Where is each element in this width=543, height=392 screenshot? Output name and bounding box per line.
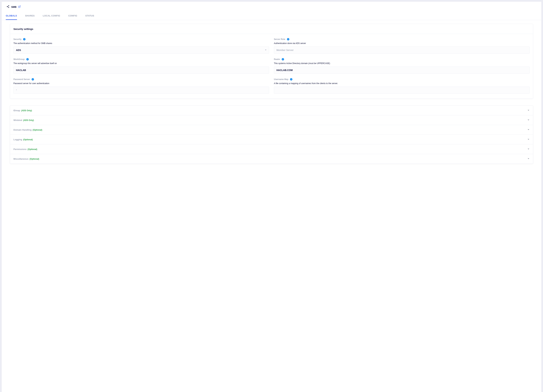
field-label: Security [13,38,21,40]
field-help: The workgroup this server will advertise… [13,62,269,65]
field-password-server: Password Server i Password server for us… [13,78,269,94]
accordion-item-misc[interactable]: Miscellaneous (Optional) [10,154,533,163]
field-label: Server Role [274,38,285,40]
accordion-tag: (Optional) [23,138,33,141]
field-label: Realm [274,58,280,61]
accordion-item-logging[interactable]: Logging (Optional) [10,134,533,144]
tab-status[interactable]: STATUS [85,14,94,20]
accordion-tag: (ADS Only) [21,109,32,112]
content-area: Security settings Security i The authent… [2,20,541,171]
workgroup-input[interactable] [13,67,269,74]
accordion-title: Miscellaneous [13,158,28,160]
field-workgroup: WorkGroup i The workgroup this server wi… [13,58,269,74]
password-server-input[interactable] [13,87,269,94]
accordion-tag: (Optional) [29,158,39,160]
accordion-title: Domain Handling [13,129,32,131]
realm-input[interactable] [274,67,530,74]
page-header: SMB [2,2,541,11]
field-help: The authentication method for SMB shares [13,42,269,45]
field-security: Security i The authentication method for… [13,38,269,54]
external-link-icon[interactable] [18,6,21,8]
accordion-item-winbind[interactable]: Winbind (ADS Only) [10,115,533,125]
accordion-tag: (Optional) [28,148,37,151]
field-realm: Realm i This systems Active Directory do… [274,58,530,74]
tab-globals[interactable]: GLOBALS [6,14,17,20]
accordion-title: IDmap [13,109,20,112]
chevron-down-icon [527,109,530,112]
tab-shares[interactable]: SHARES [25,14,35,20]
chevron-down-icon [527,129,530,131]
security-settings-card: Security settings Security i The authent… [10,24,533,99]
field-label: Username Map [274,78,288,80]
info-icon[interactable]: i [290,78,292,80]
info-icon[interactable]: i [32,78,34,80]
accordion-item-permissions[interactable]: Permissions (Optional) [10,144,533,154]
server-role-input[interactable] [274,46,530,54]
info-icon[interactable]: i [26,58,29,61]
svg-line-0 [19,6,20,7]
chevron-down-icon [527,119,530,121]
username-map-input[interactable] [274,87,530,94]
page-container: SMB GLOBALS SHARES LOCAL CONFIG CONFIG S… [2,2,541,392]
accordion-item-idmap[interactable]: IDmap (ADS Only) [10,106,533,115]
accordion-title: Permissions [13,148,27,151]
accordion-item-domain-handling[interactable]: Domain Handling (Optional) [10,125,533,134]
chevron-down-icon [527,138,530,141]
accordion-tag: (Optional) [33,129,42,131]
info-icon[interactable]: i [23,38,25,40]
chevron-down-icon [527,148,530,151]
field-help: Authentication done via ADS server [274,42,530,45]
chevron-down-icon [527,157,530,160]
accordion-title: Logging [13,138,22,141]
info-icon[interactable]: i [287,38,289,40]
share-icon [6,5,10,9]
tab-bar: GLOBALS SHARES LOCAL CONFIG CONFIG STATU… [2,14,541,20]
accordion-panel: IDmap (ADS Only) Winbind (ADS Only) Doma… [10,106,533,164]
accordion-title: Winbind [13,119,22,121]
field-label: Password Server [13,78,30,80]
tab-config[interactable]: CONFIG [68,14,77,20]
card-title: Security settings [10,24,533,34]
field-label: WorkGroup [13,58,25,61]
info-icon[interactable]: i [282,58,284,61]
security-select[interactable]: ADS [13,46,269,54]
field-server-role: Server Role i Authentication done via AD… [274,38,530,54]
field-help: Password server for user authentication [13,82,269,84]
accordion-tag: (ADS Only) [23,119,34,121]
field-help: A file containing a mapping of usernames… [274,82,530,84]
field-help: This systems Active Directory domain (mu… [274,62,530,65]
tab-local-config[interactable]: LOCAL CONFIG [43,14,60,20]
field-username-map: Username Map i A file containing a mappi… [274,78,530,94]
page-title: SMB [11,6,17,8]
